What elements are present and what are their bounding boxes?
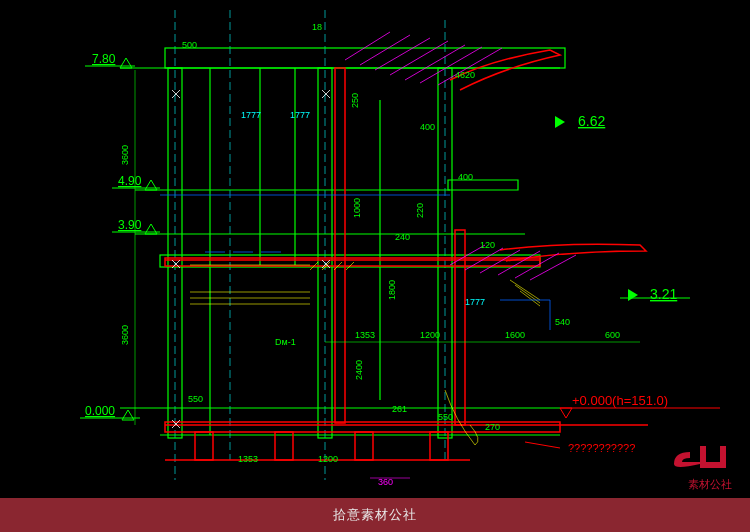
svg-text:500: 500 xyxy=(182,40,197,50)
svg-text:2400: 2400 xyxy=(354,360,364,380)
svg-text:540: 540 xyxy=(555,317,570,327)
svg-text:550: 550 xyxy=(188,394,203,404)
svg-text:4.90: 4.90 xyxy=(118,174,142,188)
svg-text:3.90: 3.90 xyxy=(118,218,142,232)
svg-text:4620: 4620 xyxy=(455,70,475,80)
svg-rect-22 xyxy=(195,432,213,460)
svg-text:270: 270 xyxy=(485,422,500,432)
svg-text:3600: 3600 xyxy=(120,145,130,165)
svg-text:1800: 1800 xyxy=(387,280,397,300)
cad-drawing-canvas: 7.80 4.90 3.90 0.000 6.62 3.21 +0. xyxy=(0,0,750,498)
svg-rect-27 xyxy=(335,68,345,423)
svg-text:???????????: ??????????? xyxy=(568,442,635,454)
svg-text:3.21: 3.21 xyxy=(650,286,677,302)
elev-7-80: 7.80 xyxy=(85,52,135,68)
joints-white xyxy=(172,90,330,428)
svg-text:1777: 1777 xyxy=(241,110,261,120)
footer-bar: 拾意素材公社 xyxy=(0,498,750,532)
svg-text:1777: 1777 xyxy=(465,297,485,307)
elev-zero: 0.000 xyxy=(80,404,140,420)
svg-text:261: 261 xyxy=(392,404,407,414)
svg-text:1000: 1000 xyxy=(352,198,362,218)
svg-text:400: 400 xyxy=(458,172,473,182)
footer-text: 拾意素材公社 xyxy=(333,506,417,524)
logo-main xyxy=(672,444,732,477)
svg-text:+0.000(h=151.0): +0.000(h=151.0) xyxy=(572,393,668,408)
elev-4-90: 4.90 xyxy=(112,174,160,190)
svg-text:1777: 1777 xyxy=(290,110,310,120)
svg-text:1353: 1353 xyxy=(355,330,375,340)
svg-text:400: 400 xyxy=(420,122,435,132)
svg-text:7.80: 7.80 xyxy=(92,52,116,66)
svg-text:250: 250 xyxy=(350,93,360,108)
svg-text:550: 550 xyxy=(438,412,453,422)
svg-text:3600: 3600 xyxy=(120,325,130,345)
svg-rect-24 xyxy=(355,432,373,460)
elev-6-62: 6.62 xyxy=(555,113,605,129)
elev-datum: +0.000(h=151.0) xyxy=(560,393,720,418)
svg-text:120: 120 xyxy=(480,240,495,250)
svg-text:Dм-1: Dм-1 xyxy=(275,337,296,347)
watermark-logo: 素材公社 xyxy=(672,444,732,492)
svg-line-78 xyxy=(525,442,560,448)
elev-3-90: 3.90 xyxy=(112,218,160,234)
svg-text:360: 360 xyxy=(378,477,393,487)
svg-text:1200: 1200 xyxy=(420,330,440,340)
svg-text:1600: 1600 xyxy=(505,330,525,340)
svg-text:1200: 1200 xyxy=(318,454,338,464)
svg-rect-23 xyxy=(275,432,293,460)
svg-text:600: 600 xyxy=(605,330,620,340)
svg-rect-21 xyxy=(165,422,560,432)
structure-green xyxy=(120,48,565,438)
elev-3-21: 3.21 xyxy=(620,286,690,302)
svg-text:6.62: 6.62 xyxy=(578,113,605,129)
svg-text:1353: 1353 xyxy=(238,454,258,464)
svg-text:0.000: 0.000 xyxy=(85,404,115,418)
logo-subtext: 素材公社 xyxy=(672,477,732,492)
svg-text:18: 18 xyxy=(312,22,322,32)
svg-rect-16 xyxy=(165,48,565,68)
svg-text:240: 240 xyxy=(395,232,410,242)
svg-text:220: 220 xyxy=(415,203,425,218)
detail-yellow xyxy=(190,262,540,445)
